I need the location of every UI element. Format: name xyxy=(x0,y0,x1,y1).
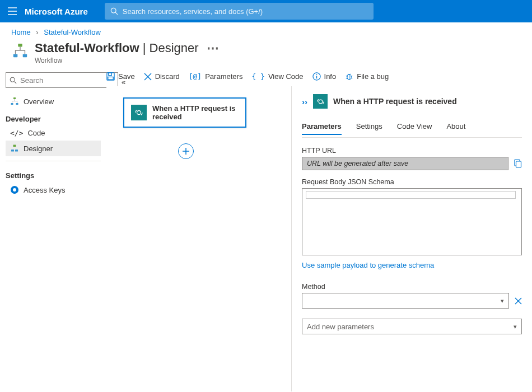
sidebar-search[interactable] xyxy=(6,72,118,88)
sidebar-item-access-keys[interactable]: Access Keys xyxy=(6,182,101,198)
schema-label: Request Body JSON Schema xyxy=(302,178,522,186)
page-title-name: Stateful-Workflow xyxy=(35,41,139,55)
svg-point-25 xyxy=(316,74,317,75)
sidebar-item-label: Designer xyxy=(24,144,53,153)
azure-top-bar: Microsoft Azure xyxy=(0,0,532,22)
sidebar-heading-developer: Developer xyxy=(6,109,101,125)
svg-rect-14 xyxy=(11,150,14,152)
view-code-button[interactable]: { } View Code xyxy=(251,72,303,81)
breadcrumb-current[interactable]: Stateful-Workflow xyxy=(44,28,101,36)
tab-code-view[interactable]: Code View xyxy=(397,119,432,135)
http-url-field: URL will be generated after save xyxy=(302,157,508,170)
add-step-button[interactable] xyxy=(178,143,194,159)
parameters-icon: [@] xyxy=(189,72,202,81)
overview-icon xyxy=(10,97,19,106)
designer-toolbar: Save Discard [@] Parameters { } View Cod… xyxy=(106,72,532,86)
tab-settings[interactable]: Settings xyxy=(356,119,382,135)
svg-rect-6 xyxy=(13,54,18,58)
http-url-label: HTTP URL xyxy=(302,147,522,155)
page-title-section: Designer xyxy=(150,41,199,55)
svg-rect-39 xyxy=(516,161,521,167)
svg-point-37 xyxy=(319,100,323,104)
panel-title: When a HTTP request is received xyxy=(333,97,457,106)
breadcrumb: Home › Stateful-Workflow xyxy=(0,22,532,40)
sidebar: « Overview Developer </> Code Designer xyxy=(0,72,106,391)
svg-rect-13 xyxy=(13,145,16,147)
sidebar-search-input[interactable] xyxy=(17,76,114,85)
svg-rect-11 xyxy=(11,103,13,105)
sidebar-item-label: Code xyxy=(27,129,45,137)
sample-payload-link[interactable]: Use sample payload to generate schema xyxy=(302,261,522,269)
details-panel: ›› When a HTTP request is received Param… xyxy=(291,86,532,391)
svg-rect-5 xyxy=(18,44,22,47)
tab-underline xyxy=(302,137,522,138)
panel-tabs: Parameters Settings Code View About xyxy=(302,119,522,135)
svg-line-4 xyxy=(115,12,118,15)
brand-label: Microsoft Azure xyxy=(25,7,88,16)
method-label: Method xyxy=(302,283,522,291)
chevron-down-icon: ▾ xyxy=(501,297,504,305)
svg-rect-15 xyxy=(15,150,18,152)
file-bug-label: File a bug xyxy=(357,72,389,81)
chevron-down-icon: ▾ xyxy=(514,323,517,330)
parameters-label: Parameters xyxy=(205,72,242,81)
page-title-bar: Stateful-Workflow | Designer ⋯ Workflow xyxy=(0,40,532,72)
search-icon xyxy=(110,7,118,15)
discard-button[interactable]: Discard xyxy=(144,72,180,81)
tab-parameters[interactable]: Parameters xyxy=(302,119,342,135)
save-icon xyxy=(106,72,115,81)
page-title: Stateful-Workflow | Designer ⋯ xyxy=(35,41,219,55)
workflow-icon xyxy=(11,42,29,60)
svg-point-34 xyxy=(137,111,141,115)
svg-rect-10 xyxy=(13,97,16,99)
sidebar-item-label: Overview xyxy=(24,97,54,106)
search-icon xyxy=(10,77,17,84)
svg-line-9 xyxy=(15,81,17,83)
parameters-button[interactable]: [@] Parameters xyxy=(189,72,243,81)
trigger-node[interactable]: When a HTTP request is received xyxy=(123,97,246,128)
hamburger-menu-icon[interactable] xyxy=(6,4,19,18)
svg-rect-7 xyxy=(23,54,27,58)
svg-point-3 xyxy=(111,8,116,13)
designer-icon xyxy=(10,144,19,153)
schema-inner-line xyxy=(306,191,516,199)
copy-url-button[interactable] xyxy=(513,159,522,168)
view-code-label: View Code xyxy=(268,72,304,81)
close-icon xyxy=(515,297,522,305)
discard-label: Discard xyxy=(155,72,180,81)
discard-icon xyxy=(144,73,152,81)
svg-rect-19 xyxy=(109,73,112,76)
info-label: Info xyxy=(324,72,337,81)
page-subtitle: Workflow xyxy=(35,57,219,64)
main-content: Save Discard [@] Parameters { } View Cod… xyxy=(106,72,532,391)
sidebar-item-designer[interactable]: Designer xyxy=(6,141,101,156)
key-icon xyxy=(10,185,19,194)
tab-about[interactable]: About xyxy=(446,119,465,135)
copy-icon xyxy=(513,159,522,168)
trigger-node-label: When a HTTP request is received xyxy=(152,104,239,121)
info-icon xyxy=(312,72,321,81)
schema-textarea[interactable] xyxy=(302,188,522,255)
sidebar-heading-settings: Settings xyxy=(6,166,101,182)
sidebar-item-label: Access Keys xyxy=(24,186,65,194)
panel-collapse-button[interactable]: ›› xyxy=(302,97,307,106)
designer-canvas[interactable]: When a HTTP request is received xyxy=(106,86,291,391)
save-button[interactable]: Save xyxy=(106,72,135,81)
title-more-button[interactable]: ⋯ xyxy=(207,41,219,55)
file-bug-button[interactable]: File a bug xyxy=(345,72,389,81)
info-button[interactable]: Info xyxy=(312,72,337,81)
sidebar-item-overview[interactable]: Overview xyxy=(6,94,101,109)
breadcrumb-home[interactable]: Home xyxy=(11,28,31,36)
plus-icon xyxy=(182,147,190,155)
method-select[interactable]: ▾ xyxy=(302,293,509,309)
clear-method-button[interactable] xyxy=(515,297,522,305)
http-trigger-icon xyxy=(131,105,147,120)
svg-point-17 xyxy=(13,188,16,192)
add-parameters-select[interactable]: Add new parameters ▾ xyxy=(302,319,522,334)
sidebar-divider xyxy=(6,161,101,161)
http-trigger-icon xyxy=(313,94,328,109)
svg-point-8 xyxy=(10,77,15,82)
sidebar-item-code[interactable]: </> Code xyxy=(6,125,101,141)
global-search[interactable] xyxy=(105,3,374,20)
global-search-input[interactable] xyxy=(123,7,368,16)
